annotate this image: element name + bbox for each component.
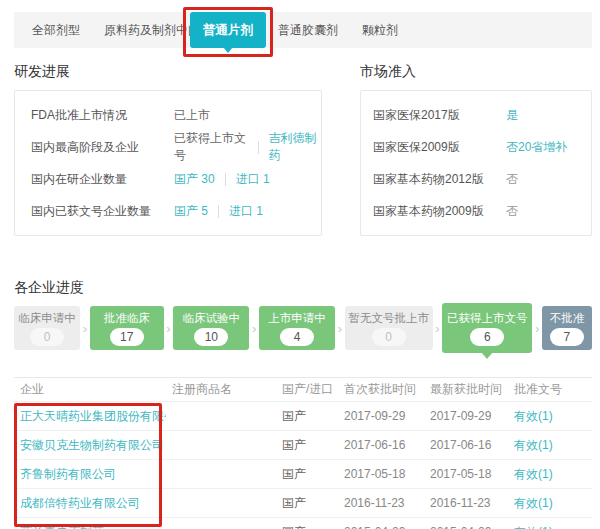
- first-approval-cell: 2016-11-23: [338, 496, 424, 510]
- info-row-essential-2009: 国家基本药物2009版 否: [361, 195, 591, 227]
- first-approval-cell: 2017-09-29: [338, 409, 424, 423]
- divider: [258, 141, 259, 154]
- info-row-researching-count: 国内在研企业数量 国产 30 进口 1: [15, 163, 321, 195]
- domestic-count-link[interactable]: 国产 5: [174, 203, 208, 220]
- company-link[interactable]: 安徽贝克生物制药有限公司: [14, 437, 166, 454]
- col-header-latest-approval: 最新获批时间: [424, 381, 508, 398]
- license-link[interactable]: 有效(1): [508, 466, 592, 483]
- import-count-link[interactable]: 进口 1: [236, 171, 270, 188]
- origin-cell: 国产: [276, 408, 338, 425]
- stage-count-badge: 17: [110, 328, 144, 346]
- col-header-origin: 国产/进口: [276, 381, 338, 398]
- latest-approval-cell: 2016-11-23: [424, 496, 508, 510]
- stage-count-badge: 0: [30, 328, 64, 346]
- tab-common-capsules[interactable]: 普通胶囊剂: [270, 22, 346, 39]
- stage-no-license-approved[interactable]: 暂无文号批上市 0: [345, 306, 433, 350]
- info-label: 国家基本药物2012版: [373, 171, 506, 188]
- col-header-company: 企业: [14, 381, 166, 398]
- tab-common-tablets[interactable]: 普通片剂: [190, 12, 266, 48]
- table-row: 葛兰素史克制药 国产 2015-04-29 2015-04-29 有效(1): [14, 517, 592, 529]
- essential-2012-value: 否: [506, 171, 518, 188]
- info-row-essential-2012: 国家基本药物2012版 否: [361, 163, 591, 195]
- arrow-right-icon: ›: [251, 322, 257, 335]
- latest-approval-cell: 2017-05-18: [424, 467, 508, 481]
- company-link-gilead[interactable]: 吉利德制药: [268, 130, 321, 164]
- market-access-panel: 国家医保2017版 是 国家医保2009版 否20省增补 国家基本药物2012版…: [360, 90, 592, 236]
- origin-cell: 国产: [276, 524, 338, 529]
- table-row: 安徽贝克生物制药有限公司 国产 2017-06-16 2017-06-16 有效…: [14, 430, 592, 459]
- arrow-right-icon: ›: [165, 322, 171, 335]
- divider: [225, 173, 226, 186]
- company-link[interactable]: 正大天晴药业集团股份有限公司: [14, 408, 166, 425]
- stage-licensed-selected[interactable]: 已获得上市文号 6: [442, 303, 532, 353]
- stage-label: 暂无文号批上市: [348, 311, 429, 326]
- companies-table: 企业 注册商品名 国产/进口 首次获批时间 最新获批时间 批准文号 正大天晴药业…: [14, 377, 592, 529]
- arrow-right-icon: ›: [337, 322, 343, 335]
- rd-progress-section: 研发进展 FDA批准上市情况 已上市 国内最高阶段及企业 已获得上市文号 吉利德…: [14, 62, 322, 236]
- rd-progress-panel: FDA批准上市情况 已上市 国内最高阶段及企业 已获得上市文号 吉利德制药 国内…: [14, 90, 322, 236]
- medicare-2009-value[interactable]: 否20省增补: [506, 139, 567, 156]
- arrow-right-icon: ›: [434, 322, 440, 335]
- table-row: 正大天晴药业集团股份有限公司 国产 2017-09-29 2017-09-29 …: [14, 401, 592, 430]
- domestic-count-link[interactable]: 国产 30: [174, 171, 215, 188]
- license-link[interactable]: 有效(1): [508, 524, 592, 529]
- col-header-first-approval: 首次获批时间: [338, 381, 424, 398]
- table-row: 齐鲁制药有限公司 国产 2017-05-18 2017-05-18 有效(1): [14, 459, 592, 488]
- latest-approval-cell: 2017-06-16: [424, 438, 508, 452]
- info-panels: 研发进展 FDA批准上市情况 已上市 国内最高阶段及企业 已获得上市文号 吉利德…: [14, 62, 592, 236]
- latest-approval-cell: 2017-09-29: [424, 409, 508, 423]
- info-label: 国家医保2017版: [373, 107, 506, 124]
- stage-label: 已获得上市文号: [447, 311, 528, 326]
- first-approval-cell: 2017-05-18: [338, 467, 424, 481]
- info-label: 国内在研企业数量: [31, 171, 174, 188]
- stage-label: 上市申请中: [268, 311, 326, 326]
- first-approval-cell: 2017-06-16: [338, 438, 424, 452]
- company-link[interactable]: 葛兰素史克制药: [14, 524, 166, 529]
- progress-pipeline: 临床申请中 0 › 批准临床 17 › 临床试验中 10 › 上市申请中 4 ›…: [14, 302, 592, 354]
- rd-progress-title: 研发进展: [14, 62, 322, 80]
- license-link[interactable]: 有效(1): [508, 495, 592, 512]
- info-label: 国家基本药物2009版: [373, 203, 506, 220]
- info-label: 国内最高阶段及企业: [31, 139, 174, 156]
- col-header-license: 批准文号: [508, 381, 592, 398]
- origin-cell: 国产: [276, 437, 338, 454]
- col-header-brand: 注册商品名: [166, 381, 276, 398]
- stage-clinical-approved[interactable]: 批准临床 17: [90, 306, 164, 350]
- stage-label: 临床试验中: [183, 311, 241, 326]
- info-value: 已获得上市文号: [174, 130, 248, 164]
- info-row-licensed-count: 国内已获文号企业数量 国产 5 进口 1: [15, 195, 321, 227]
- market-access-title: 市场准入: [360, 62, 592, 80]
- stage-rejected[interactable]: 不批准 7: [542, 306, 592, 350]
- first-approval-cell: 2015-04-29: [338, 525, 424, 529]
- stage-label: 不批准: [550, 311, 585, 326]
- info-label: 国家医保2009版: [373, 139, 506, 156]
- stage-count-badge: 0: [372, 328, 406, 346]
- stage-count-badge: 10: [194, 328, 228, 346]
- dosage-form-tab-bar: 全部剂型 原料药及制剂中间体 普通片剂 普通胶囊剂 颗粒剂: [14, 12, 592, 48]
- import-count-link[interactable]: 进口 1: [229, 203, 263, 220]
- info-row-fda: FDA批准上市情况 已上市: [15, 99, 321, 131]
- tab-granules[interactable]: 颗粒剂: [354, 22, 406, 39]
- table-header-row: 企业 注册商品名 国产/进口 首次获批时间 最新获批时间 批准文号: [14, 378, 592, 401]
- arrow-right-icon: ›: [82, 322, 88, 335]
- tab-all-dosage-forms[interactable]: 全部剂型: [24, 22, 88, 39]
- license-link[interactable]: 有效(1): [508, 408, 592, 425]
- company-link[interactable]: 成都倍特药业有限公司: [14, 495, 166, 512]
- company-link[interactable]: 齐鲁制药有限公司: [14, 466, 166, 483]
- stage-count-badge: 4: [280, 328, 314, 346]
- stage-count-badge: 6: [470, 328, 504, 346]
- stage-label: 批准临床: [104, 311, 150, 326]
- stage-market-application[interactable]: 上市申请中 4: [259, 306, 335, 350]
- origin-cell: 国产: [276, 495, 338, 512]
- info-row-domestic-stage: 国内最高阶段及企业 已获得上市文号 吉利德制药: [15, 131, 321, 163]
- info-value: 已上市: [174, 107, 210, 124]
- info-row-medicare-2017: 国家医保2017版 是: [361, 99, 591, 131]
- market-access-section: 市场准入 国家医保2017版 是 国家医保2009版 否20省增补 国家基本药物…: [360, 62, 592, 236]
- stage-clinical-trial[interactable]: 临床试验中 10: [173, 306, 249, 350]
- stage-count-badge: 7: [550, 328, 584, 346]
- medicare-2017-value[interactable]: 是: [506, 107, 518, 124]
- license-link[interactable]: 有效(1): [508, 437, 592, 454]
- latest-approval-cell: 2015-04-29: [424, 525, 508, 529]
- stage-clinical-application[interactable]: 临床申请中 0: [14, 306, 80, 350]
- active-tab-wrap: 普通片剂: [190, 16, 266, 44]
